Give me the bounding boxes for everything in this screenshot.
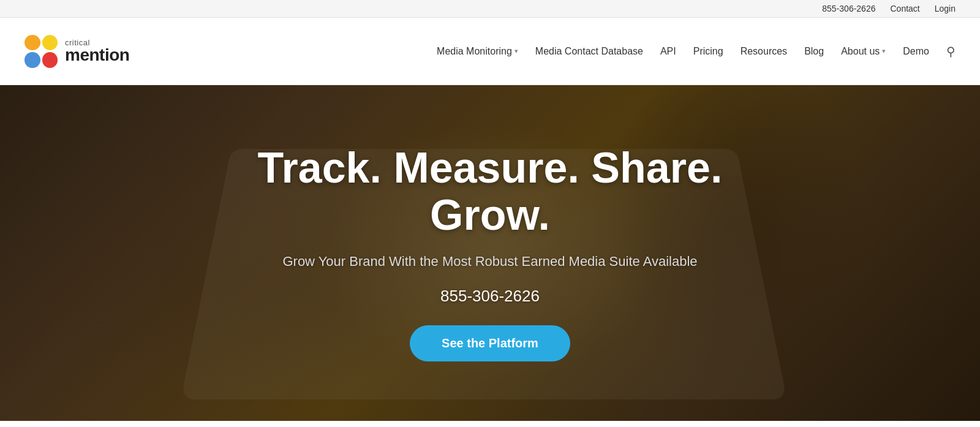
nav-item-about-us[interactable]: About us ▾ — [841, 46, 886, 57]
nav-item-pricing[interactable]: Pricing — [693, 46, 723, 57]
logo-text: critical mention — [65, 39, 129, 64]
logo-dot-red — [42, 52, 58, 68]
nav-item-demo[interactable]: Demo — [903, 46, 929, 57]
hero-headline: Track. Measure. Share. Grow. — [258, 145, 723, 239]
hero-phone: 855-306-2626 — [258, 287, 723, 306]
main-nav: Media Monitoring ▾ Media Contact Databas… — [437, 44, 956, 59]
top-bar-contact-link[interactable]: Contact — [890, 4, 919, 13]
top-bar: 855-306-2626 Contact Login — [0, 0, 980, 18]
nav-item-api[interactable]: API — [660, 46, 676, 57]
top-bar-phone: 855-306-2626 — [822, 4, 875, 13]
top-bar-login-link[interactable]: Login — [935, 4, 956, 13]
nav-item-media-contact-db[interactable]: Media Contact Database — [535, 46, 643, 57]
hero-section: Track. Measure. Share. Grow. Grow Your B… — [0, 85, 980, 421]
nav-item-resources[interactable]: Resources — [741, 46, 787, 57]
logo-dot-yellow — [42, 35, 58, 51]
hero-cta-button[interactable]: See the Platform — [410, 325, 570, 361]
chevron-down-icon: ▾ — [882, 47, 886, 55]
nav-item-media-monitoring[interactable]: Media Monitoring ▾ — [437, 46, 518, 57]
hero-content: Track. Measure. Share. Grow. Grow Your B… — [233, 145, 747, 361]
hero-subheadline: Grow Your Brand With the Most Robust Ear… — [258, 254, 723, 270]
logo-icon — [24, 35, 58, 68]
logo-dot-blue — [24, 52, 40, 68]
logo-dot-orange — [24, 35, 40, 51]
site-header: critical mention Media Monitoring ▾ Medi… — [0, 18, 980, 85]
nav-item-blog[interactable]: Blog — [804, 46, 824, 57]
logo-mention: mention — [65, 47, 129, 64]
logo[interactable]: critical mention — [24, 35, 129, 68]
search-icon[interactable]: ⚲ — [946, 44, 956, 59]
chevron-down-icon: ▾ — [514, 47, 518, 55]
